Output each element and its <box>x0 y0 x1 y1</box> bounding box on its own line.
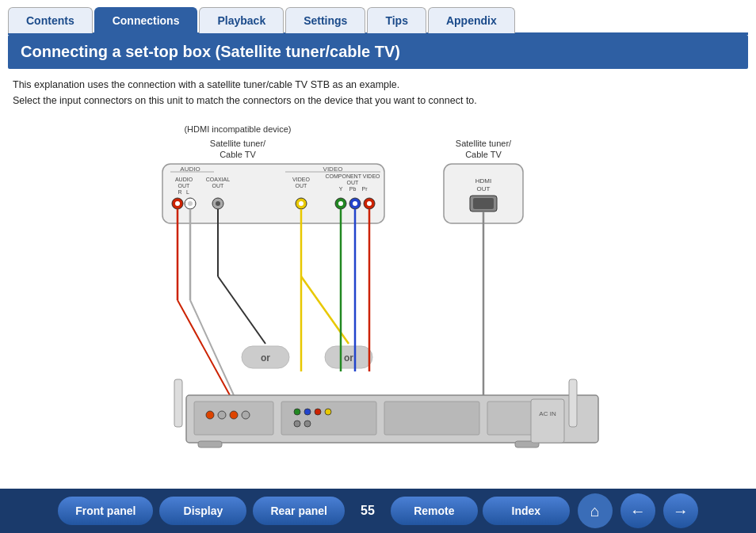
rear-panel-button[interactable]: Rear panel <box>253 497 345 525</box>
svg-point-73 <box>315 409 321 415</box>
svg-text:(HDMI incompatible device): (HDMI incompatible device) <box>184 124 291 134</box>
tab-connections[interactable]: Connections <box>94 7 198 33</box>
svg-line-58 <box>178 300 230 395</box>
svg-point-69 <box>230 411 238 419</box>
svg-rect-77 <box>198 441 222 447</box>
svg-point-17 <box>188 201 193 206</box>
svg-line-49 <box>218 276 265 344</box>
svg-text:R: R <box>178 189 181 195</box>
svg-text:HDMI: HDMI <box>475 177 491 185</box>
display-button[interactable]: Display <box>159 497 246 525</box>
svg-point-70 <box>242 411 250 419</box>
svg-rect-79 <box>174 379 182 427</box>
back-icon: ← <box>630 502 646 520</box>
svg-line-59 <box>190 300 234 395</box>
svg-text:Satellite tuner/: Satellite tuner/ <box>456 139 512 148</box>
svg-text:OUT: OUT <box>178 183 191 188</box>
svg-text:AC IN: AC IN <box>539 410 556 417</box>
svg-text:OUT: OUT <box>296 183 308 188</box>
svg-point-75 <box>304 421 311 427</box>
svg-text:or: or <box>344 352 353 364</box>
svg-point-72 <box>304 409 311 415</box>
home-button[interactable]: ⌂ <box>578 493 613 528</box>
diagram-svg: (HDMI incompatible device) Satellite tun… <box>0 118 737 459</box>
svg-point-32 <box>338 201 343 206</box>
back-button[interactable]: ← <box>620 493 655 528</box>
svg-point-15 <box>175 201 180 206</box>
svg-text:AUDIO: AUDIO <box>180 166 200 173</box>
svg-text:OUT: OUT <box>477 185 491 192</box>
svg-text:Cable TV: Cable TV <box>465 150 502 159</box>
bottom-nav-right: Remote Index ⌂ ← → <box>391 493 698 528</box>
svg-point-21 <box>216 201 220 206</box>
bottom-nav-left: Front panel Display Rear panel <box>58 497 345 525</box>
forward-button[interactable]: → <box>663 493 698 528</box>
svg-rect-64 <box>281 402 376 435</box>
svg-text:Pb: Pb <box>349 186 357 192</box>
svg-point-25 <box>299 201 304 206</box>
svg-text:AUDIO: AUDIO <box>175 177 193 182</box>
svg-text:Cable TV: Cable TV <box>220 150 256 159</box>
bottom-nav: Front panel Display Rear panel 55 Remote… <box>0 489 756 533</box>
svg-text:Satellite tuner/: Satellite tuner/ <box>210 139 266 148</box>
tab-playback[interactable]: Playback <box>199 7 284 33</box>
svg-rect-81 <box>531 399 564 443</box>
svg-point-34 <box>353 201 357 206</box>
svg-text:OUT: OUT <box>212 183 225 188</box>
svg-text:VIDEO: VIDEO <box>323 166 343 173</box>
tab-tips[interactable]: Tips <box>367 7 426 33</box>
forward-icon: → <box>673 502 689 520</box>
svg-text:COMPONENT VIDEO: COMPONENT VIDEO <box>325 173 380 179</box>
home-icon: ⌂ <box>590 502 600 520</box>
svg-point-36 <box>367 201 372 206</box>
diagram-area: (HDMI incompatible device) Satellite tun… <box>0 118 756 462</box>
svg-rect-65 <box>384 402 479 435</box>
page-description: This explanation uses the connection wit… <box>13 77 743 109</box>
nav-tabs: Contents Connections Playback Settings T… <box>0 0 756 32</box>
svg-text:VIDEO: VIDEO <box>292 177 310 182</box>
svg-point-74 <box>294 421 300 427</box>
tab-appendix[interactable]: Appendix <box>428 7 515 33</box>
svg-point-68 <box>218 411 226 419</box>
svg-text:OUT: OUT <box>347 180 360 185</box>
page-title: Connecting a set-top box (Satellite tune… <box>8 35 748 69</box>
tab-settings[interactable]: Settings <box>285 7 365 33</box>
svg-rect-41 <box>473 198 494 209</box>
tab-contents[interactable]: Contents <box>8 7 93 33</box>
svg-text:Y: Y <box>339 186 343 192</box>
svg-text:COAXIAL: COAXIAL <box>206 177 230 182</box>
svg-text:Pr: Pr <box>362 186 368 192</box>
front-panel-button[interactable]: Front panel <box>58 497 153 525</box>
svg-text:or: or <box>261 352 270 364</box>
index-button[interactable]: Index <box>483 497 570 525</box>
svg-point-67 <box>206 411 214 419</box>
svg-text:L: L <box>186 189 189 195</box>
svg-rect-80 <box>569 379 577 427</box>
remote-button[interactable]: Remote <box>391 497 478 525</box>
svg-point-71 <box>294 409 300 415</box>
svg-point-76 <box>325 409 331 415</box>
page-number: 55 <box>345 504 391 518</box>
